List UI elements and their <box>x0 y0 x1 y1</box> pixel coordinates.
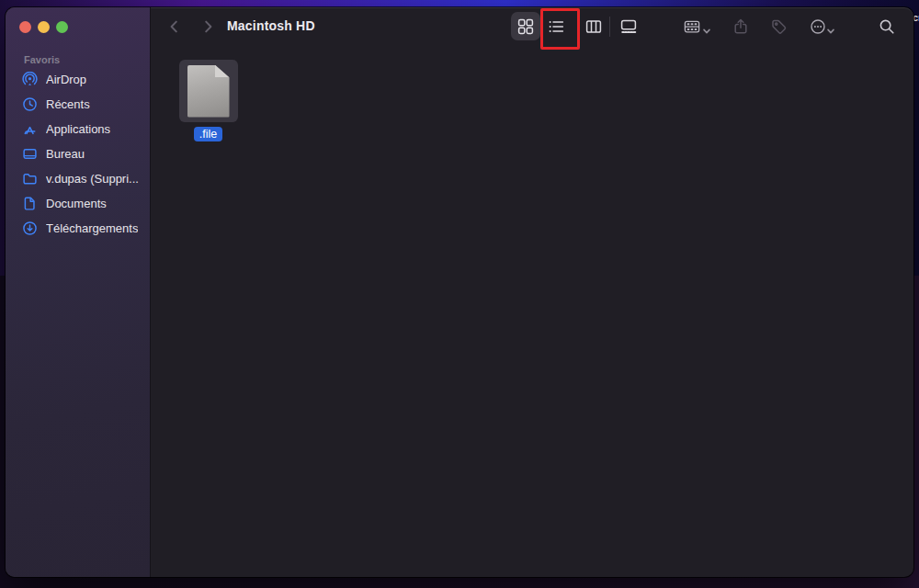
more-actions-button[interactable] <box>810 18 826 35</box>
sidebar: Favoris AirDropRécentsApplicationsBureau… <box>6 7 151 577</box>
group-by-chevron[interactable] <box>702 23 711 32</box>
sidebar-item-airdrop[interactable]: AirDrop <box>13 67 146 92</box>
item-icon-area <box>160 59 256 123</box>
item-label: .file <box>194 127 222 141</box>
desktop-icon <box>22 146 38 162</box>
list-view-button[interactable] <box>541 12 571 40</box>
chevron-down-icon <box>826 23 835 39</box>
tags-button[interactable] <box>771 18 788 35</box>
grid-item-file[interactable]: .file <box>160 59 256 157</box>
column-view-button[interactable] <box>579 12 608 40</box>
clock-icon <box>22 96 38 112</box>
folder-icon <box>22 171 38 187</box>
appstore-icon <box>22 121 38 137</box>
document-icon <box>22 196 38 211</box>
download-icon <box>22 220 38 236</box>
toolbar: Macintosh HD <box>150 7 913 51</box>
main-area: Macintosh HD .file <box>150 7 913 577</box>
tag-icon <box>771 18 788 35</box>
more-actions-chevron[interactable] <box>826 23 835 32</box>
chevron-down-icon <box>702 23 711 39</box>
gallery-view-button[interactable] <box>614 12 643 40</box>
sidebar-item-r-cents[interactable]: Récents <box>13 92 146 117</box>
sidebar-item-label: AirDrop <box>46 73 86 86</box>
document-icon <box>187 65 230 118</box>
desktop: { "desktop": { "clipped_text": "cr" }, "… <box>0 0 919 588</box>
sidebar-item-label: Applications <box>46 122 110 136</box>
sidebar-item-label: Récents <box>46 97 90 111</box>
sidebar-item-v-dupas-suppri[interactable]: v.dupas (Suppri... <box>13 166 146 191</box>
sidebar-item-documents[interactable]: Documents <box>13 191 146 216</box>
chevron-right-icon <box>206 22 210 32</box>
sidebar-item-applications[interactable]: Applications <box>13 117 146 141</box>
content-area: .file <box>150 51 913 577</box>
close-button[interactable] <box>19 21 31 33</box>
zoom-button[interactable] <box>56 21 68 33</box>
sidebar-item-bureau[interactable]: Bureau <box>13 141 146 166</box>
icon-view-button[interactable] <box>511 12 540 40</box>
grid-view-icon <box>517 18 534 35</box>
list-view-icon <box>548 18 564 35</box>
group-icon <box>684 18 700 35</box>
sidebar-item-label: Bureau <box>46 147 85 161</box>
sidebar-item-label: v.dupas (Suppri... <box>46 172 139 186</box>
file-grid: .file <box>160 59 835 157</box>
desktop-clipped-label: cr <box>913 12 919 23</box>
ellipsis-circle-icon <box>810 18 826 35</box>
back-button[interactable] <box>166 18 183 35</box>
chevron-left-icon <box>172 22 176 32</box>
sidebar-item-label: Téléchargements <box>46 221 138 235</box>
group-by-button[interactable] <box>684 18 700 35</box>
search-button[interactable] <box>879 18 895 35</box>
window-title: Macintosh HD <box>227 18 315 33</box>
finder-window: Favoris AirDropRécentsApplicationsBureau… <box>6 7 913 577</box>
sidebar-item-t-l-chargements[interactable]: Téléchargements <box>13 216 146 241</box>
toolbar-divider <box>609 17 610 37</box>
window-controls <box>19 21 68 33</box>
column-view-icon <box>585 18 602 35</box>
airdrop-icon <box>22 72 38 87</box>
sidebar-item-label: Documents <box>46 197 107 210</box>
gallery-view-icon <box>620 18 637 35</box>
share-button[interactable] <box>732 18 749 35</box>
minimize-button[interactable] <box>38 21 50 33</box>
forward-button[interactable] <box>199 18 216 35</box>
share-icon <box>732 18 749 35</box>
sidebar-favorites-list: AirDropRécentsApplicationsBureauv.dupas … <box>13 67 146 241</box>
search-icon <box>879 18 895 35</box>
sidebar-section-header: Favoris <box>24 54 60 65</box>
